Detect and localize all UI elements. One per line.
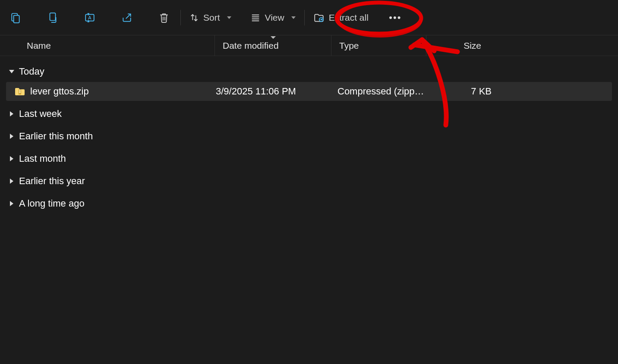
- delete-button[interactable]: [152, 6, 176, 30]
- column-type[interactable]: Type: [331, 35, 426, 56]
- group-label: Today: [19, 66, 44, 77]
- column-size-label: Size: [464, 41, 481, 51]
- view-label: View: [265, 13, 284, 23]
- file-name: lever gttos.zip: [30, 86, 89, 97]
- sort-desc-icon: [271, 36, 276, 39]
- column-date[interactable]: Date modified: [215, 35, 331, 56]
- group-earlier-month[interactable]: Earlier this month: [6, 127, 612, 146]
- copy-button[interactable]: [41, 6, 65, 30]
- share-icon: [121, 12, 132, 23]
- group-label: Earlier this year: [19, 176, 85, 187]
- group-label: Last month: [19, 153, 66, 164]
- group-label: Last week: [19, 108, 62, 119]
- rename-icon: A: [84, 12, 95, 23]
- extract-label: Extract all: [329, 13, 369, 23]
- group-last-month[interactable]: Last month: [6, 149, 612, 168]
- file-row[interactable]: lever gttos.zip 3/9/2025 11:06 PM Compre…: [6, 82, 612, 101]
- share-button[interactable]: [115, 6, 139, 30]
- column-size[interactable]: Size: [426, 35, 489, 56]
- sort-icon: [189, 13, 199, 22]
- chevron-right-icon: [8, 201, 16, 206]
- svg-rect-11: [19, 90, 21, 91]
- chevron-right-icon: [8, 111, 16, 116]
- chevron-right-icon: [8, 134, 16, 139]
- column-name-label: Name: [27, 41, 51, 51]
- group-today[interactable]: Today: [6, 62, 612, 81]
- toolbar-separator: [180, 10, 181, 25]
- sort-label: Sort: [203, 13, 220, 23]
- trash-icon: [158, 12, 170, 23]
- column-headers: Name Date modified Type Size: [0, 35, 618, 56]
- chevron-right-icon: [8, 179, 16, 184]
- column-date-label: Date modified: [223, 41, 279, 51]
- group-label: A long time ago: [19, 198, 85, 209]
- view-list-icon: [250, 13, 261, 22]
- cut-icon: [10, 12, 21, 23]
- group-last-week[interactable]: Last week: [6, 104, 612, 123]
- svg-rect-1: [14, 15, 19, 22]
- toolbar-separator: [304, 10, 305, 25]
- svg-text:A: A: [88, 15, 91, 20]
- paste-button[interactable]: A: [78, 6, 102, 30]
- cut-button[interactable]: [3, 6, 28, 30]
- chevron-down-icon: [291, 16, 296, 19]
- view-button[interactable]: View: [246, 6, 300, 30]
- group-earlier-year[interactable]: Earlier this year: [6, 172, 612, 191]
- file-size: 7 KB: [438, 86, 492, 97]
- svg-rect-13: [19, 92, 21, 93]
- extract-all-button[interactable]: Extract all: [309, 6, 378, 30]
- column-name[interactable]: Name: [9, 35, 215, 56]
- svg-rect-2: [50, 13, 56, 20]
- chevron-right-icon: [8, 156, 16, 161]
- file-explorer-window: A: [0, 0, 618, 364]
- more-button[interactable]: •••: [383, 6, 407, 30]
- copy-icon: [47, 12, 58, 23]
- chevron-down-icon: [227, 16, 231, 19]
- more-icon: •••: [389, 12, 401, 23]
- extract-icon: [313, 12, 325, 23]
- zip-file-icon: [15, 87, 25, 96]
- group-label: Earlier this month: [19, 131, 93, 142]
- group-long-ago[interactable]: A long time ago: [6, 194, 612, 213]
- svg-rect-12: [19, 91, 21, 92]
- column-type-label: Type: [339, 41, 359, 51]
- chevron-down-icon: [8, 70, 16, 73]
- toolbar: A: [0, 0, 618, 35]
- sort-button[interactable]: Sort: [185, 6, 236, 30]
- file-date: 3/9/2025 11:06 PM: [216, 86, 332, 97]
- file-type: Compressed (zipp…: [337, 86, 432, 97]
- file-list[interactable]: Today lever gttos.zip 3/9/2025 11:06 PM …: [0, 56, 618, 364]
